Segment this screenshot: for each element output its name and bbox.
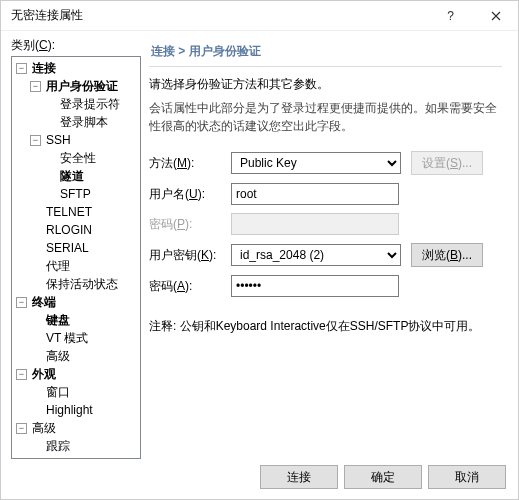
footer: 连接 确定 取消	[1, 459, 518, 495]
ok-button[interactable]: 确定	[344, 465, 422, 489]
tree-item[interactable]: SFTP	[12, 185, 140, 203]
tree-item-label: Highlight	[44, 402, 95, 418]
category-label: 类别(C):	[11, 37, 141, 54]
description-text: 请选择身份验证方法和其它参数。	[149, 75, 502, 93]
title-bar: 无密连接属性 ?	[1, 1, 518, 31]
password-input	[231, 213, 399, 235]
browse-button[interactable]: 浏览(B)...	[411, 243, 483, 267]
username-input[interactable]	[231, 183, 399, 205]
content-area: 类别(C): −连接−用户身份验证登录提示符登录脚本−SSH安全性隧道SFTPT…	[1, 31, 518, 459]
tree-item[interactable]: 登录脚本	[12, 113, 140, 131]
tree-item[interactable]: Bell	[12, 455, 140, 459]
hint-text: 会话属性中此部分是为了登录过程更便捷而提供的。如果需要安全性很高的状态的话建议您…	[149, 99, 502, 135]
tree-item-label: 键盘	[44, 312, 72, 328]
collapse-icon[interactable]: −	[30, 81, 41, 92]
tree-item-label: 保持活动状态	[44, 276, 120, 292]
method-label: 方法(M):	[149, 155, 231, 172]
tree-item-label: 隧道	[58, 168, 86, 184]
breadcrumb: 连接 > 用户身份验证	[149, 39, 502, 67]
tree-item-label: 终端	[30, 294, 58, 310]
tree-item-label: 安全性	[58, 150, 98, 166]
password-row: 密码(P):	[149, 213, 502, 235]
tree-item[interactable]: −高级	[12, 419, 140, 437]
tree-item-label: SERIAL	[44, 240, 91, 256]
tree-item[interactable]: 跟踪	[12, 437, 140, 455]
left-panel: 类别(C): −连接−用户身份验证登录提示符登录脚本−SSH安全性隧道SFTPT…	[11, 37, 141, 459]
tree-item-label: 登录脚本	[58, 114, 110, 130]
tree-item-label: 外观	[30, 366, 58, 382]
tree-item[interactable]: VT 模式	[12, 329, 140, 347]
tree-item[interactable]: 保持活动状态	[12, 275, 140, 293]
window-title: 无密连接属性	[11, 7, 428, 24]
tree-item[interactable]: −终端	[12, 293, 140, 311]
tree-item[interactable]: 代理	[12, 257, 140, 275]
tree-item[interactable]: 登录提示符	[12, 95, 140, 113]
tree-item-label: SSH	[44, 132, 73, 148]
right-panel: 连接 > 用户身份验证 请选择身份验证方法和其它参数。 会话属性中此部分是为了登…	[149, 37, 508, 459]
userkey-row: 用户密钥(K): id_rsa_2048 (2) 浏览(B)...	[149, 243, 502, 267]
passphrase-input[interactable]	[231, 275, 399, 297]
tree-item-label: 跟踪	[44, 438, 72, 454]
tree-item[interactable]: −连接	[12, 59, 140, 77]
tree-item[interactable]: 安全性	[12, 149, 140, 167]
tree-item[interactable]: −用户身份验证	[12, 77, 140, 95]
tree-item[interactable]: 窗口	[12, 383, 140, 401]
method-row: 方法(M): Public Key 设置(S)...	[149, 151, 502, 175]
close-button[interactable]	[473, 1, 518, 31]
tree-item-label: 高级	[44, 348, 72, 364]
userkey-select[interactable]: id_rsa_2048 (2)	[231, 244, 401, 266]
collapse-icon[interactable]: −	[16, 63, 27, 74]
tree-item[interactable]: −SSH	[12, 131, 140, 149]
close-icon	[491, 11, 501, 21]
collapse-icon[interactable]: −	[30, 135, 41, 146]
tree-item-label: 用户身份验证	[44, 78, 120, 94]
tree-item-label: RLOGIN	[44, 222, 94, 238]
tree-item-label: 连接	[30, 60, 58, 76]
cancel-button[interactable]: 取消	[428, 465, 506, 489]
tree-item[interactable]: TELNET	[12, 203, 140, 221]
username-row: 用户名(U):	[149, 183, 502, 205]
collapse-icon[interactable]: −	[16, 297, 27, 308]
tree-item[interactable]: Highlight	[12, 401, 140, 419]
method-select[interactable]: Public Key	[231, 152, 401, 174]
tree-item[interactable]: 键盘	[12, 311, 140, 329]
connect-button[interactable]: 连接	[260, 465, 338, 489]
tree-item[interactable]: −外观	[12, 365, 140, 383]
username-label: 用户名(U):	[149, 186, 231, 203]
tree-item-label: Bell	[44, 456, 68, 459]
tree-item[interactable]: RLOGIN	[12, 221, 140, 239]
passphrase-label: 密码(A):	[149, 278, 231, 295]
collapse-icon[interactable]: −	[16, 369, 27, 380]
tree-item[interactable]: 高级	[12, 347, 140, 365]
collapse-icon[interactable]: −	[16, 423, 27, 434]
tree-item-label: 登录提示符	[58, 96, 122, 112]
tree-item-label: 窗口	[44, 384, 72, 400]
category-tree[interactable]: −连接−用户身份验证登录提示符登录脚本−SSH安全性隧道SFTPTELNETRL…	[11, 56, 141, 459]
tree-item-label: SFTP	[58, 186, 93, 202]
tree-item-label: VT 模式	[44, 330, 90, 346]
password-label: 密码(P):	[149, 216, 231, 233]
tree-item-label: 高级	[30, 420, 58, 436]
tree-item[interactable]: SERIAL	[12, 239, 140, 257]
tree-item-label: 代理	[44, 258, 72, 274]
userkey-label: 用户密钥(K):	[149, 247, 231, 264]
help-button[interactable]: ?	[428, 1, 473, 31]
tree-item-label: TELNET	[44, 204, 94, 220]
passphrase-row: 密码(A):	[149, 275, 502, 297]
note-text: 注释: 公钥和Keyboard Interactive仅在SSH/SFTP协议中…	[149, 317, 502, 335]
settings-button: 设置(S)...	[411, 151, 483, 175]
tree-item[interactable]: 隧道	[12, 167, 140, 185]
